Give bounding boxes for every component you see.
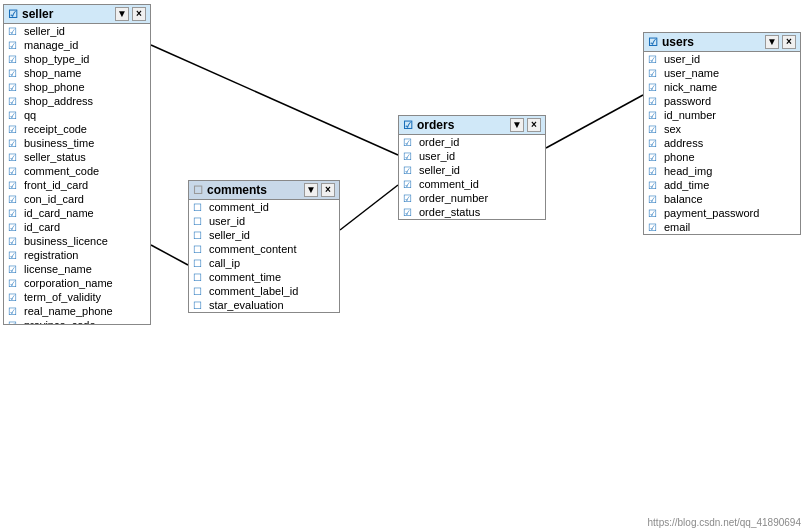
row-check-icon[interactable]: ☑	[8, 222, 20, 233]
row-check-icon[interactable]: ☑	[8, 194, 20, 205]
row-check-icon[interactable]: ☐	[193, 230, 205, 241]
row-field-label: id_card	[24, 221, 146, 233]
row-check-icon[interactable]: ☑	[403, 207, 415, 218]
table-row: ☑business_time	[4, 136, 150, 150]
table-row: ☑order_number	[399, 191, 545, 205]
table-row: ☑order_id	[399, 135, 545, 149]
table-row: ☑id_number	[644, 108, 800, 122]
table-row: ☑user_id	[399, 149, 545, 163]
row-check-icon[interactable]: ☑	[648, 222, 660, 233]
row-check-icon[interactable]: ☑	[8, 68, 20, 79]
users-table-header[interactable]: ☑ users ▼ ×	[644, 33, 800, 52]
row-field-label: con_id_card	[24, 193, 146, 205]
orders-check-icon: ☑	[403, 119, 413, 132]
row-check-icon[interactable]: ☑	[403, 193, 415, 204]
seller-check-icon: ☑	[8, 8, 18, 21]
row-check-icon[interactable]: ☑	[8, 138, 20, 149]
table-row: ☑password	[644, 94, 800, 108]
row-check-icon[interactable]: ☑	[8, 180, 20, 191]
comments-table-header[interactable]: ☐ comments ▼ ×	[189, 181, 339, 200]
row-check-icon[interactable]: ☑	[8, 26, 20, 37]
row-check-icon[interactable]: ☑	[8, 306, 20, 317]
table-row: ☑manage_id	[4, 38, 150, 52]
users-close-btn[interactable]: ×	[782, 35, 796, 49]
row-check-icon[interactable]: ☐	[193, 300, 205, 311]
row-field-label: comment_time	[209, 271, 335, 283]
row-field-label: province_code	[24, 319, 146, 324]
row-check-icon[interactable]: ☑	[648, 180, 660, 191]
row-field-label: sex	[664, 123, 796, 135]
row-check-icon[interactable]: ☑	[8, 292, 20, 303]
row-check-icon[interactable]: ☑	[8, 278, 20, 289]
row-check-icon[interactable]: ☑	[403, 137, 415, 148]
users-check-icon: ☑	[648, 36, 658, 49]
row-check-icon[interactable]: ☑	[8, 264, 20, 275]
row-field-label: shop_type_id	[24, 53, 146, 65]
row-field-label: email	[664, 221, 796, 233]
row-field-label: phone	[664, 151, 796, 163]
svg-line-2	[340, 185, 398, 230]
comments-minimize-btn[interactable]: ▼	[304, 183, 318, 197]
orders-table-header[interactable]: ☑ orders ▼ ×	[399, 116, 545, 135]
comments-close-btn[interactable]: ×	[321, 183, 335, 197]
row-check-icon[interactable]: ☑	[8, 208, 20, 219]
db-canvas: ☑ seller ▼ × ☑seller_id☑manage_id☑shop_t…	[0, 0, 805, 532]
row-check-icon[interactable]: ☑	[8, 166, 20, 177]
row-check-icon[interactable]: ☑	[8, 124, 20, 135]
row-check-icon[interactable]: ☑	[403, 165, 415, 176]
table-row: ☐user_id	[189, 214, 339, 228]
orders-close-btn[interactable]: ×	[527, 118, 541, 132]
row-field-label: comment_content	[209, 243, 335, 255]
orders-table-body: ☑order_id☑user_id☑seller_id☑comment_id☑o…	[399, 135, 545, 219]
row-check-icon[interactable]: ☐	[193, 286, 205, 297]
seller-table-body: ☑seller_id☑manage_id☑shop_type_id☑shop_n…	[4, 24, 150, 324]
row-check-icon[interactable]: ☑	[648, 208, 660, 219]
table-row: ☑seller_id	[4, 24, 150, 38]
row-check-icon[interactable]: ☑	[648, 68, 660, 79]
row-check-icon[interactable]: ☑	[648, 124, 660, 135]
row-check-icon[interactable]: ☑	[403, 179, 415, 190]
row-check-icon[interactable]: ☑	[648, 96, 660, 107]
row-check-icon[interactable]: ☑	[8, 236, 20, 247]
row-check-icon[interactable]: ☐	[193, 272, 205, 283]
row-check-icon[interactable]: ☑	[8, 250, 20, 261]
users-controls[interactable]: ▼ ×	[765, 35, 796, 49]
row-check-icon[interactable]: ☐	[193, 244, 205, 255]
row-check-icon[interactable]: ☑	[8, 320, 20, 325]
row-check-icon[interactable]: ☑	[648, 82, 660, 93]
row-field-label: user_name	[664, 67, 796, 79]
row-check-icon[interactable]: ☑	[648, 54, 660, 65]
orders-minimize-btn[interactable]: ▼	[510, 118, 524, 132]
seller-close-btn[interactable]: ×	[132, 7, 146, 21]
row-check-icon[interactable]: ☑	[8, 110, 20, 121]
row-check-icon[interactable]: ☑	[8, 40, 20, 51]
row-field-label: password	[664, 95, 796, 107]
watermark: https://blog.csdn.net/qq_41890694	[648, 517, 801, 528]
row-check-icon[interactable]: ☑	[8, 96, 20, 107]
row-check-icon[interactable]: ☐	[193, 202, 205, 213]
seller-controls[interactable]: ▼ ×	[115, 7, 146, 21]
row-check-icon[interactable]: ☑	[648, 152, 660, 163]
seller-table-header[interactable]: ☑ seller ▼ ×	[4, 5, 150, 24]
comments-controls[interactable]: ▼ ×	[304, 183, 335, 197]
row-field-label: real_name_phone	[24, 305, 146, 317]
comments-table: ☐ comments ▼ × ☐comment_id☐user_id☐selle…	[188, 180, 340, 313]
row-check-icon[interactable]: ☑	[648, 110, 660, 121]
row-check-icon[interactable]: ☐	[193, 216, 205, 227]
row-field-label: balance	[664, 193, 796, 205]
row-check-icon[interactable]: ☑	[403, 151, 415, 162]
table-row: ☑qq	[4, 108, 150, 122]
row-check-icon[interactable]: ☑	[648, 166, 660, 177]
row-field-label: nick_name	[664, 81, 796, 93]
row-check-icon[interactable]: ☑	[648, 138, 660, 149]
row-check-icon[interactable]: ☑	[648, 194, 660, 205]
orders-controls[interactable]: ▼ ×	[510, 118, 541, 132]
users-minimize-btn[interactable]: ▼	[765, 35, 779, 49]
row-field-label: user_id	[419, 150, 541, 162]
table-row: ☑shop_address	[4, 94, 150, 108]
row-check-icon[interactable]: ☑	[8, 54, 20, 65]
row-check-icon[interactable]: ☑	[8, 82, 20, 93]
row-check-icon[interactable]: ☐	[193, 258, 205, 269]
row-check-icon[interactable]: ☑	[8, 152, 20, 163]
seller-minimize-btn[interactable]: ▼	[115, 7, 129, 21]
